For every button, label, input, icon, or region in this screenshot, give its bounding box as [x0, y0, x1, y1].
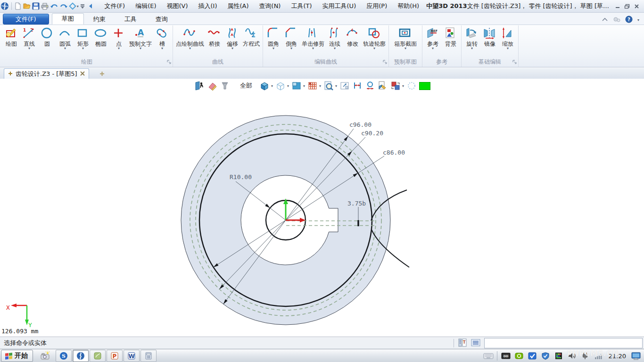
minimize-icon[interactable] — [613, 2, 622, 10]
new-tab-button[interactable] — [97, 69, 107, 79]
print-icon[interactable] — [41, 1, 49, 11]
ribbon-item-bridge[interactable]: 桥接 — [206, 26, 223, 51]
tray-nvidia-icon[interactable] — [513, 350, 525, 362]
zoom-icon[interactable] — [323, 81, 334, 91]
erase-icon[interactable] — [207, 81, 217, 91]
ribbon-item-background[interactable]: 背景 — [442, 26, 460, 51]
ribbon-item-reference[interactable]: REF 参考▾ — [424, 26, 442, 51]
ribbon-item-rectangle[interactable]: 矩形▾ — [74, 26, 92, 51]
ribbon-item-curve-points[interactable]: 点绘制曲线▾ — [174, 26, 206, 51]
sketch-canvas[interactable]: c96.00 c90.20 c86.00 R10.00 — [0, 79, 644, 337]
open-file-icon[interactable] — [23, 1, 31, 11]
ribbon-item-point[interactable]: 点▾ — [110, 26, 128, 51]
filter-icon[interactable] — [220, 81, 230, 91]
ribbon-item-line[interactable]: 12 直线▾ — [20, 26, 38, 51]
ribbon-item-trim[interactable]: 单击修剪▾ — [300, 26, 326, 51]
ribbon-item-modify[interactable]: 修改 — [344, 26, 362, 51]
dropdown-icon[interactable]: ▾ — [335, 84, 337, 88]
taskbar-app-browser[interactable]: S — [56, 350, 72, 362]
tab-inquire[interactable]: 查询 — [146, 14, 177, 25]
shaded-display-icon[interactable] — [259, 81, 270, 91]
collapse-toolbar-icon[interactable] — [87, 1, 94, 11]
toolbar-panel-icon[interactable]: T — [458, 338, 467, 349]
tray-power-icon[interactable] — [579, 350, 591, 362]
file-menu-button[interactable]: 文件(F) — [3, 14, 49, 25]
swap-view-icon[interactable] — [390, 81, 401, 91]
dim-label-pitch[interactable]: c90.20 — [361, 130, 383, 137]
save-icon[interactable] — [32, 1, 40, 11]
history-list-icon[interactable] — [471, 338, 480, 348]
tray-network-signal-icon[interactable] — [593, 350, 604, 362]
keyboard-layout-icon[interactable] — [483, 350, 494, 362]
ribbon-item-track-profile[interactable]: 轨迹轮廓▾ — [362, 26, 387, 51]
sheet-edit-icon[interactable] — [378, 81, 388, 91]
menu-inquire[interactable]: 查询(N) — [254, 0, 286, 12]
menu-utilities[interactable]: 实用工具(U) — [317, 0, 362, 12]
tray-pixel-grid-icon[interactable] — [553, 350, 564, 362]
menu-applications[interactable]: 应用(P) — [361, 0, 392, 12]
tab-sketch[interactable]: 草图 — [52, 13, 84, 25]
radial-dimension-icon[interactable] — [365, 81, 375, 91]
ribbon-item-circle[interactable]: 圆 — [38, 26, 56, 51]
collapse-ribbon-icon[interactable] — [602, 16, 608, 24]
tab-constraint[interactable]: 约束 — [84, 14, 115, 25]
regen-icon[interactable] — [69, 1, 76, 11]
help-icon[interactable]: ? — [625, 16, 633, 25]
menu-edit[interactable]: 编辑(E) — [130, 0, 161, 12]
undo-icon[interactable] — [50, 1, 58, 11]
dropdown-icon[interactable]: ▾ — [319, 84, 321, 88]
tray-display-icon[interactable]: DD — [500, 350, 512, 362]
help-dropdown-icon[interactable]: ▾ — [637, 18, 639, 22]
dialog-launcher-icon[interactable] — [383, 58, 387, 66]
taskbar-app-calculator[interactable] — [140, 350, 157, 362]
dialog-launcher-icon[interactable] — [512, 58, 517, 66]
options-gears-icon[interactable] — [613, 16, 620, 24]
new-file-icon[interactable] — [14, 1, 22, 11]
taskbar-app-powerpoint[interactable]: P — [107, 350, 123, 362]
dim-label-root[interactable]: c86.00 — [383, 149, 405, 156]
ribbon-item-mirror[interactable]: 镜像 — [481, 26, 499, 51]
restore-icon[interactable] — [623, 2, 631, 10]
ribbon-item-ready-text[interactable]: A 预制文字▾ — [128, 26, 153, 51]
start-button[interactable]: 开始 — [1, 350, 33, 362]
resize-view-icon[interactable] — [339, 81, 350, 91]
dropdown-icon[interactable]: ▾ — [271, 84, 273, 88]
horizontal-dimension-icon[interactable] — [352, 81, 363, 91]
menu-view[interactable]: 视图(V) — [162, 0, 193, 12]
tray-volume-icon[interactable] — [566, 350, 578, 362]
ribbon-item-sketch[interactable]: 绘图 — [2, 26, 20, 51]
tray-security-shield-icon[interactable] — [540, 350, 551, 362]
screenshot-tool-icon[interactable] — [40, 350, 51, 362]
dropdown-icon[interactable]: ▾ — [402, 84, 404, 88]
menu-file[interactable]: 文件(F) — [99, 0, 131, 12]
view-plane-icon[interactable] — [291, 81, 302, 91]
dropdown-icon[interactable]: ▾ — [287, 84, 289, 88]
dotted-circle-icon[interactable] — [406, 81, 417, 91]
ribbon-item-fillet[interactable]: 圆角▾ — [264, 26, 282, 51]
dim-label-keyway[interactable]: 3.75b — [347, 200, 366, 207]
taskbar-app-notes[interactable] — [90, 350, 106, 362]
ribbon-item-box-section[interactable]: 箱形截面▾ — [393, 26, 418, 51]
menu-tools[interactable]: 工具(T) — [286, 0, 317, 12]
menu-attributes[interactable]: 属性(A) — [223, 0, 254, 12]
tray-update-icon[interactable] — [527, 350, 538, 362]
ribbon-item-equation[interactable]: Σ 方程式 — [241, 26, 261, 51]
menu-help[interactable]: 帮助(H) — [392, 0, 424, 12]
document-tab-active[interactable]: 齿轮设计.Z3 - [草图5] — [4, 68, 89, 79]
color-swatch-green[interactable] — [419, 82, 430, 90]
dim-label-outer[interactable]: c96.00 — [349, 121, 372, 128]
ribbon-item-continuous[interactable]: 连续▾ — [326, 26, 344, 51]
menu-insert[interactable]: 插入(I) — [193, 0, 223, 12]
dialog-launcher-icon[interactable] — [167, 58, 171, 66]
ribbon-item-chamfer[interactable]: 倒角▾ — [282, 26, 300, 51]
ribbon-item-slot[interactable]: 槽▾ — [153, 26, 171, 51]
wireframe-display-icon[interactable] — [275, 81, 286, 91]
dim-label-bore[interactable]: R10.00 — [230, 173, 252, 181]
taskbar-app-zw3d[interactable] — [73, 350, 89, 362]
gear-sketch-drawing[interactable]: c96.00 c90.20 c86.00 R10.00 — [0, 79, 644, 337]
toolbar-dropdown-icon[interactable]: ▾ — [77, 4, 79, 8]
ribbon-item-scale[interactable]: 缩放▾ — [499, 26, 517, 51]
tab-close-icon[interactable] — [80, 70, 85, 77]
ribbon-item-arc[interactable]: 圆弧▾ — [56, 26, 74, 51]
ribbon-item-ellipse[interactable]: 椭圆 — [92, 26, 110, 51]
